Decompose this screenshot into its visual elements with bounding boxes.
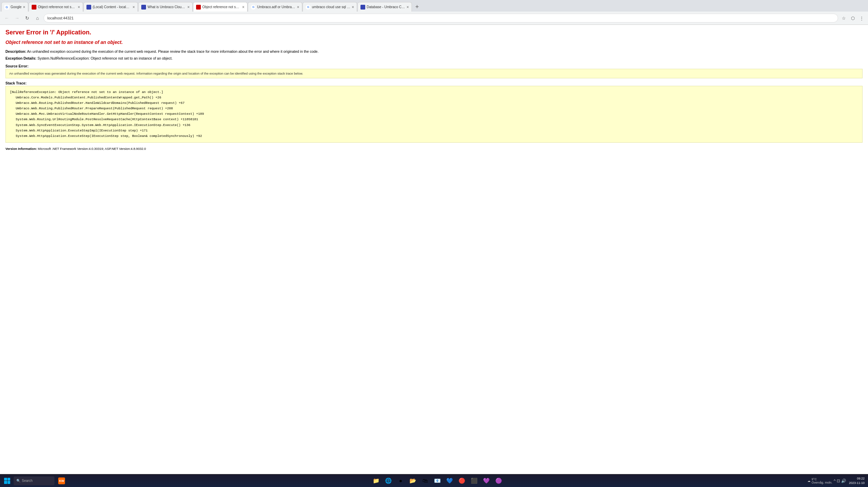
- server-error-title: Server Error in '/' Application.: [5, 29, 863, 36]
- edge-icon: 🌐: [385, 477, 392, 484]
- browser-tab-tab1[interactable]: GGoogle×: [1, 2, 28, 12]
- tray-network-icon[interactable]: ⊡: [837, 478, 840, 483]
- tab-close-tab2[interactable]: ×: [78, 5, 80, 10]
- tab-title-tab8: Database - Umbraco Cloud: [367, 5, 405, 9]
- tab-close-tab7[interactable]: ×: [352, 5, 354, 10]
- taskbar: 🔍 Search KW 📁🌐●📂🛍📧💙🔴⬛💜🟣 ☁ 9°C Övervåg. m…: [0, 474, 868, 487]
- browser-tab-tab8[interactable]: Database - Umbraco Cloud×: [357, 2, 412, 12]
- windows-logo-icon: [4, 478, 10, 484]
- taskbar-search[interactable]: 🔍 Search: [14, 476, 54, 485]
- bookmark-star-icon[interactable]: ☆: [840, 14, 848, 22]
- taskbar-tray: ^ ⊡ 🔊: [834, 478, 846, 483]
- weather-icon: ☁: [807, 479, 810, 483]
- taskbar-app-folder[interactable]: 📂: [407, 475, 419, 487]
- mail-icon: 📧: [434, 477, 441, 484]
- exception-details-line: Exception Details: System.NullReferenceE…: [5, 56, 863, 61]
- search-label: Search: [22, 479, 33, 483]
- tab-title-tab3: (Local) Content - localhost: [93, 5, 131, 9]
- browser-tab-tab2[interactable]: Object reference not set to an...×: [29, 2, 83, 12]
- tab-favicon-tab7: G: [306, 5, 310, 10]
- browser-tab-tab4[interactable]: What is Umbraco Cloud? - Umb...×: [138, 2, 193, 12]
- weather-temp: 9°C: [811, 477, 832, 481]
- start-button[interactable]: [2, 476, 12, 486]
- kw-icon: KW: [58, 477, 65, 484]
- taskbar-app-chrome[interactable]: ●: [395, 475, 406, 487]
- clock[interactable]: 09:22 2023-11-10: [848, 476, 866, 485]
- browser-tab-tab5[interactable]: Object reference not set to an...×: [193, 2, 247, 12]
- address-bar-row: ← → ↻ ⌂ localhost:44321 ☆ ⬡ ⋮: [0, 12, 868, 25]
- address-text: localhost:44321: [47, 16, 834, 20]
- stack-trace-header: Stack Trace:: [5, 81, 863, 85]
- taskbar-app-edge[interactable]: 🌐: [383, 475, 394, 487]
- tab-close-tab1[interactable]: ×: [23, 5, 25, 10]
- exception-details-label: Exception Details:: [5, 56, 36, 60]
- taskbar-app-terminal[interactable]: ⬛: [468, 475, 480, 487]
- tab-favicon-tab1: G: [4, 5, 9, 10]
- clock-time: 09:22: [849, 476, 865, 481]
- new-tab-button[interactable]: +: [412, 2, 422, 12]
- stack-trace-box: [NullReferenceException: Object referenc…: [5, 86, 863, 143]
- tab-favicon-tab2: [32, 5, 36, 10]
- source-error-header: Source Error:: [5, 64, 863, 68]
- browser-tab-tab3[interactable]: (Local) Content - localhost×: [83, 2, 138, 12]
- store-icon: 🛍: [422, 478, 428, 484]
- toolbar-icons: ☆ ⬡ ⋮: [840, 14, 865, 22]
- taskbar-app-kw[interactable]: KW: [56, 475, 67, 487]
- tab-title-tab6: Umbraco.adf or Umbraco.mdf -: [257, 5, 295, 9]
- taskbar-app-file-explorer[interactable]: 📁: [370, 475, 382, 487]
- tab-favicon-tab3: [86, 5, 91, 10]
- vscode-icon: 💙: [446, 477, 453, 484]
- source-error-box: An unhandled exception was generated dur…: [5, 69, 863, 78]
- taskbar-right: ☁ 9°C Övervåg. moln. ^ ⊡ 🔊 09:22 2023-11…: [807, 476, 866, 485]
- taskbar-app-git[interactable]: 🔴: [456, 475, 468, 487]
- taskbar-app-vscode[interactable]: 💙: [444, 475, 455, 487]
- tab-favicon-tab6: G: [251, 5, 256, 10]
- description-label: Description:: [5, 49, 26, 53]
- tab-favicon-tab5: [196, 5, 201, 10]
- address-bar[interactable]: localhost:44321: [44, 14, 838, 22]
- description-text: An unhandled exception occurred during t…: [27, 49, 319, 53]
- terminal-icon: ⬛: [471, 477, 478, 484]
- browser-tab-tab7[interactable]: Gumbraco cloud use sql server i...×: [303, 2, 357, 12]
- chrome-icon: ●: [399, 478, 402, 484]
- tab-title-tab4: What is Umbraco Cloud? - Umb...: [147, 5, 186, 9]
- extension-icon[interactable]: ⬡: [849, 14, 856, 22]
- weather-widget[interactable]: ☁ 9°C Övervåg. moln.: [807, 477, 832, 484]
- git-icon: 🔴: [459, 477, 465, 484]
- page-content: Server Error in '/' Application. Object …: [0, 25, 868, 474]
- teams-icon: 💜: [483, 477, 490, 484]
- tab-favicon-tab4: [141, 5, 146, 10]
- tab-close-tab3[interactable]: ×: [132, 5, 135, 10]
- reload-button[interactable]: ↻: [23, 14, 31, 22]
- back-button[interactable]: ←: [3, 14, 11, 22]
- file-explorer-icon: 📁: [373, 477, 380, 484]
- tab-close-tab8[interactable]: ×: [406, 5, 409, 10]
- taskbar-app-mail[interactable]: 📧: [432, 475, 443, 487]
- taskbar-app-store[interactable]: 🛍: [419, 475, 431, 487]
- taskbar-app-teams[interactable]: 💜: [481, 475, 492, 487]
- tab-bar: GGoogle×Object reference not set to an..…: [0, 0, 868, 12]
- tab-title-tab5: Object reference not set to an...: [202, 5, 241, 9]
- search-icon: 🔍: [16, 479, 20, 483]
- tray-volume-icon[interactable]: 🔊: [841, 478, 846, 483]
- tab-title-tab1: Google: [11, 5, 21, 9]
- browser-chrome: GGoogle×Object reference not set to an..…: [0, 0, 868, 25]
- source-error-text: An unhandled exception was generated dur…: [9, 71, 859, 76]
- browser-tab-tab6[interactable]: GUmbraco.adf or Umbraco.mdf -×: [248, 2, 302, 12]
- tab-favicon-tab8: [360, 5, 365, 10]
- folder-icon: 📂: [409, 477, 416, 484]
- version-info: Version Information: Microsoft .NET Fram…: [5, 147, 863, 151]
- tab-close-tab4[interactable]: ×: [187, 5, 190, 10]
- taskbar-apps: 📁🌐●📂🛍📧💙🔴⬛💜🟣: [69, 475, 806, 487]
- forward-button[interactable]: →: [13, 14, 21, 22]
- exception-details-text: System.NullReferenceException: Object re…: [37, 56, 173, 60]
- tray-icon-1[interactable]: ^: [834, 478, 836, 483]
- weather-desc: Övervåg. moln.: [811, 481, 832, 484]
- taskbar-app-app2[interactable]: 🟣: [493, 475, 504, 487]
- settings-icon[interactable]: ⋮: [858, 14, 865, 22]
- tab-close-tab6[interactable]: ×: [297, 5, 299, 10]
- version-info-label: Version Information:: [5, 147, 37, 151]
- home-button[interactable]: ⌂: [33, 14, 42, 22]
- description-line: Description: An unhandled exception occu…: [5, 49, 863, 54]
- tab-close-tab5[interactable]: ×: [242, 5, 244, 10]
